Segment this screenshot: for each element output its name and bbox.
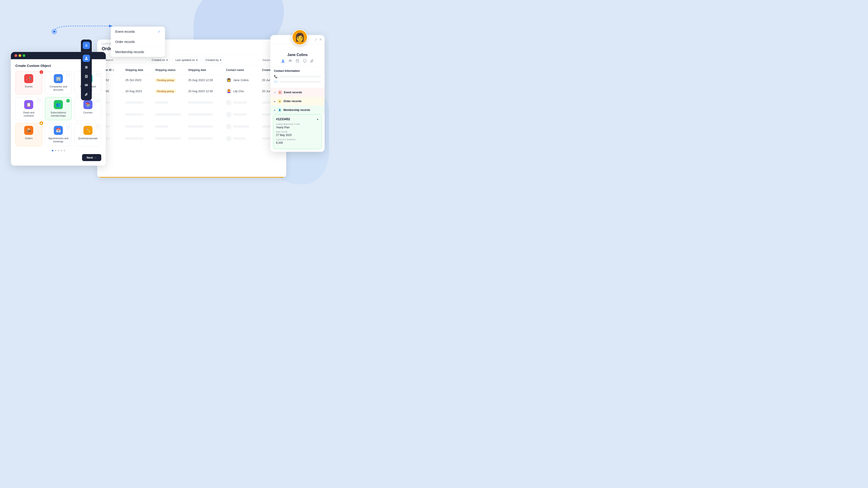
subscriptions-checkbox[interactable]: ✓ bbox=[66, 99, 70, 102]
col-contact-name: Contact name bbox=[222, 66, 258, 74]
contact-name-2: Lily Chu bbox=[233, 90, 244, 93]
svg-rect-6 bbox=[303, 60, 306, 62]
filter-created-on-arrow: ▾ bbox=[166, 59, 168, 62]
subscription-type-label: SUBSCRIPTION TYPE bbox=[276, 123, 319, 125]
contact-icons-row bbox=[281, 59, 314, 64]
dot-2[interactable] bbox=[55, 150, 56, 151]
main-panel: CUSTOM OBJECTS Orders ▾ Created on ▾ Las… bbox=[97, 39, 286, 177]
appointments-checkbox[interactable] bbox=[66, 125, 70, 128]
object-card-appointments[interactable]: 📅 Appointments and bookings bbox=[45, 123, 72, 146]
companies-checkbox[interactable] bbox=[66, 73, 70, 76]
col-shipping-status: Shipping status bbox=[151, 66, 184, 74]
contact-avatar-container: 👩 bbox=[292, 29, 308, 45]
dropdown-item-event-records[interactable]: Event records ✓ bbox=[111, 27, 165, 37]
cell-contact-1: 👩 Jane Colins bbox=[222, 74, 258, 86]
deals-checkbox[interactable] bbox=[37, 99, 40, 102]
email-icon: ✉️ bbox=[274, 80, 278, 84]
dropdown-label-event-records: Event records bbox=[115, 30, 135, 33]
dropdown-item-order-records[interactable]: Order records bbox=[111, 37, 165, 47]
membership-expand-icon: ▶ bbox=[274, 109, 276, 111]
contact-icon-monitor[interactable] bbox=[303, 59, 307, 64]
close-button[interactable]: ✕ bbox=[319, 38, 322, 41]
sort-icon-order-id[interactable]: ⇅ bbox=[112, 69, 114, 71]
skeleton bbox=[226, 124, 231, 129]
sidebar-icon-person[interactable] bbox=[83, 55, 90, 62]
appointments-label: Appointments and bookings bbox=[48, 137, 69, 143]
membership-collapse-icon[interactable]: ▲ bbox=[316, 118, 319, 121]
filter-created-by[interactable]: Created by ▾ bbox=[202, 57, 224, 63]
table-row[interactable]: #3452 25 Oct 2023 Pending pickup 25 Aug … bbox=[97, 74, 286, 86]
sidebar-icon-database[interactable] bbox=[83, 64, 90, 71]
dot-1[interactable] bbox=[52, 150, 53, 151]
table-row-skeleton bbox=[97, 121, 286, 133]
subscriptions-label: Subscriptions/ memberships bbox=[48, 111, 69, 118]
object-card-orders[interactable]: ● 📦 Orders bbox=[16, 123, 42, 146]
subscriptions-icon: 👥 bbox=[54, 100, 63, 109]
table-row[interactable]: #3000 10 Aug 2023 Pending pickup 25 Aug … bbox=[97, 86, 286, 97]
orders-table: Order ID ⇅ Shipping date Shipping status… bbox=[97, 66, 286, 144]
expand-button[interactable]: ⤢ bbox=[315, 38, 317, 41]
dropdown-menu: Event records ✓ Order records Membership… bbox=[111, 27, 165, 57]
contact-info-email: ✉️ bbox=[274, 80, 321, 84]
order-expand-icon: ▶ bbox=[274, 100, 276, 103]
filter-created-on[interactable]: Created on ▾ bbox=[149, 57, 170, 63]
membership-records-header[interactable]: ▶ 👤 Membership records bbox=[270, 106, 324, 114]
loyalty-points-value: 8,334 bbox=[276, 141, 319, 144]
object-card-courses[interactable]: 📚 Courses bbox=[74, 97, 101, 121]
cell-shipping-date2-2: 25 Aug 2023 12:30 bbox=[185, 86, 222, 97]
contact-icon-person[interactable] bbox=[281, 59, 285, 64]
object-card-deals[interactable]: 📋 Deals and contracts bbox=[16, 97, 42, 121]
svg-point-1 bbox=[52, 29, 57, 34]
svg-rect-4 bbox=[85, 84, 88, 86]
dot-5[interactable] bbox=[64, 150, 65, 151]
contact-avatar-jane: 👩 bbox=[226, 77, 231, 83]
traffic-light-yellow[interactable] bbox=[19, 54, 21, 57]
check-icon-event-records: ✓ bbox=[158, 30, 160, 33]
traffic-light-green[interactable] bbox=[23, 54, 25, 57]
events-badge: ! bbox=[39, 70, 43, 74]
cell-shipping-date-2: 10 Aug 2023 bbox=[122, 86, 151, 97]
dot-4[interactable] bbox=[61, 150, 62, 151]
dot-3[interactable] bbox=[58, 150, 59, 151]
sidebar-icon-monitor[interactable] bbox=[83, 82, 90, 89]
object-card-companies[interactable]: 🏢 Companies and accounts bbox=[45, 71, 72, 94]
cell-contact-2: 👩‍🦰 Lily Chu bbox=[222, 86, 258, 97]
contact-cell-1: 👩 Jane Colins bbox=[226, 77, 255, 83]
quotes-checkbox[interactable] bbox=[96, 125, 99, 128]
status-badge-1: Pending pickup bbox=[155, 78, 176, 82]
filter-last-updated-arrow: ▾ bbox=[196, 59, 197, 62]
courses-checkbox[interactable] bbox=[96, 99, 99, 102]
contact-icon-bag[interactable] bbox=[296, 59, 299, 64]
loyalty-points-label: LOYALTY POINTS bbox=[276, 138, 319, 141]
quotes-label: Quotes/proposals bbox=[77, 137, 98, 140]
filter-last-updated[interactable]: Last updated on ▾ bbox=[173, 57, 200, 63]
favorites-button[interactable]: ♡ bbox=[257, 58, 260, 62]
skeleton bbox=[188, 101, 213, 104]
order-records-header[interactable]: ▶ 🔒 Order records bbox=[270, 97, 324, 105]
skeleton bbox=[155, 113, 181, 116]
sidebar-icon-bag[interactable] bbox=[83, 73, 90, 80]
contact-icon-paperclip[interactable] bbox=[310, 59, 314, 64]
end-date-value: 27 May 2025 bbox=[276, 133, 319, 137]
object-card-quotes[interactable]: ✏️ Quotes/proposals bbox=[74, 123, 101, 146]
payments-checkbox[interactable] bbox=[96, 73, 99, 76]
courses-label: Courses bbox=[77, 111, 98, 114]
search-input[interactable] bbox=[102, 57, 147, 63]
quotes-icon: ✏️ bbox=[84, 126, 92, 135]
next-button[interactable]: Next → bbox=[82, 154, 101, 161]
event-records-label: Event records bbox=[284, 91, 321, 94]
contact-icon-database[interactable] bbox=[288, 59, 292, 64]
sidebar-icon-paperclip[interactable] bbox=[83, 91, 90, 98]
page-dots bbox=[16, 150, 101, 151]
filter-last-updated-label: Last updated on bbox=[176, 59, 195, 62]
traffic-light-red[interactable] bbox=[14, 54, 17, 57]
col-shipping-date: Shipping date bbox=[122, 66, 151, 74]
event-records-header[interactable]: ▼ 🎉 Event records bbox=[270, 88, 324, 97]
object-card-events[interactable]: ! 📣 Events bbox=[16, 71, 42, 94]
object-card-subscriptions[interactable]: ✓ 👥 Subscriptions/ memberships bbox=[45, 97, 72, 121]
skeleton bbox=[226, 112, 231, 117]
skeleton-contact bbox=[226, 124, 255, 129]
contact-info-section: Contact Information 📞 ✉️ bbox=[270, 66, 324, 88]
dropdown-item-membership-records[interactable]: Membership records bbox=[111, 47, 165, 57]
event-expand-icon: ▼ bbox=[274, 91, 276, 94]
